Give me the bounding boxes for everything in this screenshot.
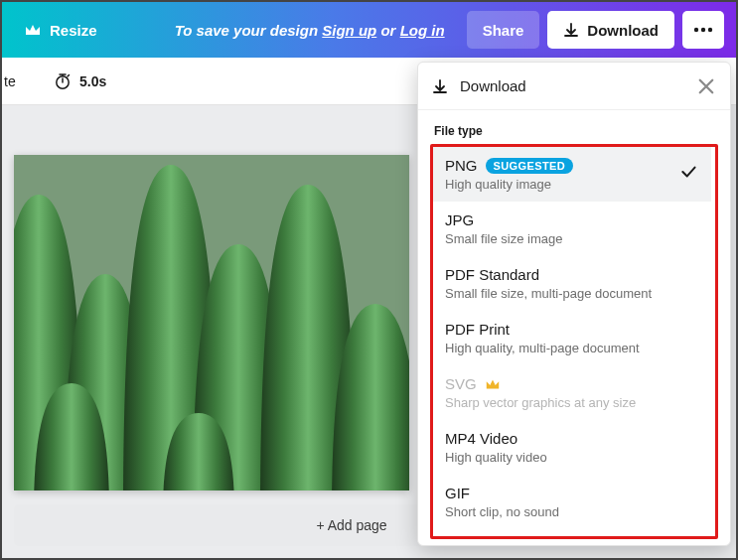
svg-point-2 — [701, 28, 705, 32]
file-type-option-svg[interactable]: SVG Sharp vector graphics at any size — [433, 365, 711, 420]
share-button[interactable]: Share — [467, 11, 540, 49]
file-type-option-pdf-standard[interactable]: PDF Standard Small file size, multi-page… — [433, 256, 711, 311]
download-icon — [432, 78, 448, 94]
file-type-option-png[interactable]: PNG SUGGESTED High quality image — [433, 147, 711, 202]
app-header: Resize To save your design Sign up or Lo… — [2, 2, 736, 58]
signup-link[interactable]: Sign up — [322, 22, 376, 39]
more-button[interactable] — [682, 11, 724, 49]
file-type-option-pdf-print[interactable]: PDF Print High quality, multi-page docum… — [433, 311, 711, 365]
file-type-option-jpg[interactable]: JPG Small file size image — [433, 202, 711, 256]
animate-button-trailing[interactable]: te — [2, 73, 20, 89]
crown-icon — [24, 23, 42, 37]
design-page[interactable] — [14, 155, 409, 490]
file-type-dropdown: PNG SUGGESTED High quality image JPG Sma… — [430, 144, 718, 539]
suggested-badge: SUGGESTED — [486, 158, 574, 174]
timing-button[interactable]: 5.0s — [44, 67, 116, 96]
file-type-option-mp4[interactable]: MP4 Video High quality video — [433, 420, 711, 475]
resize-label: Resize — [50, 22, 97, 39]
download-panel-title: Download — [460, 77, 696, 94]
stopwatch-icon — [54, 72, 72, 90]
timing-value: 5.0s — [79, 73, 106, 89]
check-icon — [679, 163, 699, 181]
file-type-options-scroll[interactable]: PNG SUGGESTED High quality image JPG Sma… — [433, 147, 715, 536]
login-link[interactable]: Log in — [400, 22, 445, 39]
close-icon[interactable] — [696, 76, 716, 96]
download-button[interactable]: Download — [547, 11, 674, 49]
svg-point-1 — [694, 28, 698, 32]
download-icon — [563, 22, 579, 38]
download-panel: Download File type PNG SUGGESTED High qu… — [417, 62, 731, 546]
svg-point-3 — [708, 28, 712, 32]
crown-icon — [485, 377, 501, 391]
file-type-label: File type — [418, 110, 730, 144]
save-prompt: To save your design Sign up or Log in — [175, 22, 445, 39]
design-image — [14, 155, 409, 490]
resize-button[interactable]: Resize — [14, 16, 107, 45]
more-icon — [693, 27, 713, 33]
download-panel-header: Download — [418, 63, 730, 110]
file-type-option-gif[interactable]: GIF Short clip, no sound — [433, 475, 711, 529]
